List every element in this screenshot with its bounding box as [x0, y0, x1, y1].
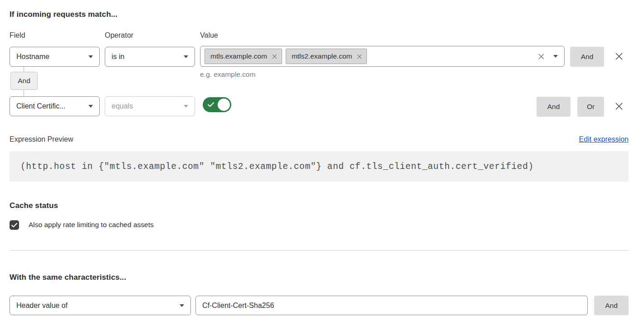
operator-select-row2-disabled: equals [105, 96, 195, 116]
tag-remove-icon[interactable] [357, 54, 362, 59]
chevron-down-icon [88, 55, 93, 58]
characteristic-select-value: Header value of [16, 302, 68, 310]
operator-select-row1[interactable]: is in [105, 47, 195, 67]
operator-column-label: Operator [105, 31, 133, 40]
value-tag: mtls2.example.com [286, 49, 367, 64]
value-column-label: Value [200, 31, 218, 40]
field-select-row2-value: Client Certific... [16, 102, 65, 110]
tag-remove-icon[interactable] [272, 54, 277, 59]
chevron-down-icon [184, 105, 188, 108]
operator-select-row1-value: is in [112, 53, 124, 61]
value-multiselect-row1[interactable]: mtls.example.com mtls2.example.com [200, 46, 565, 67]
check-icon [208, 102, 214, 107]
section-divider [10, 250, 629, 251]
delete-condition-icon-row1[interactable] [614, 51, 624, 61]
field-select-row1[interactable]: Hostname [10, 47, 100, 67]
edit-expression-link[interactable]: Edit expression [579, 135, 629, 144]
value-tag-text: mtls2.example.com [292, 52, 352, 60]
value-tag: mtls.example.com [205, 49, 282, 64]
toggle-knob [218, 99, 230, 111]
and-button-row2[interactable]: And [537, 97, 571, 117]
value-helper-text: e.g. example.com [200, 70, 255, 79]
header-name-input[interactable] [195, 296, 588, 315]
field-select-row1-value: Hostname [16, 53, 49, 61]
check-icon [11, 221, 17, 229]
characteristic-select[interactable]: Header value of [10, 296, 191, 315]
chevron-down-icon[interactable] [553, 55, 558, 58]
or-button-row2[interactable]: Or [577, 97, 604, 117]
chevron-down-icon [184, 55, 188, 58]
cached-assets-checkbox-label: Also apply rate limiting to cached asset… [29, 221, 154, 229]
and-button-row1[interactable]: And [570, 47, 604, 67]
match-section-title: If incoming requests match... [10, 10, 117, 19]
and-button-characteristics[interactable]: And [594, 296, 629, 315]
expression-preview-label: Expression Preview [10, 135, 73, 144]
chevron-down-icon [180, 304, 184, 307]
field-select-row2[interactable]: Client Certific... [10, 96, 100, 116]
cache-status-title: Cache status [10, 201, 58, 210]
field-column-label: Field [10, 31, 25, 40]
cached-assets-checkbox[interactable] [10, 220, 19, 230]
delete-condition-icon-row2[interactable] [614, 101, 624, 111]
clear-all-icon[interactable] [538, 53, 545, 60]
expression-code-block: (http.host in {"mtls.example.com" "mtls2… [10, 151, 629, 182]
characteristics-title: With the same characteristics... [10, 273, 126, 282]
chevron-down-icon [88, 105, 93, 108]
operator-select-row2-value: equals [112, 102, 133, 110]
cert-verified-toggle[interactable] [203, 97, 231, 112]
value-tag-text: mtls.example.com [210, 52, 267, 60]
expression-code: (http.host in {"mtls.example.com" "mtls2… [20, 162, 534, 172]
connector-and-chip[interactable]: And [10, 72, 38, 90]
